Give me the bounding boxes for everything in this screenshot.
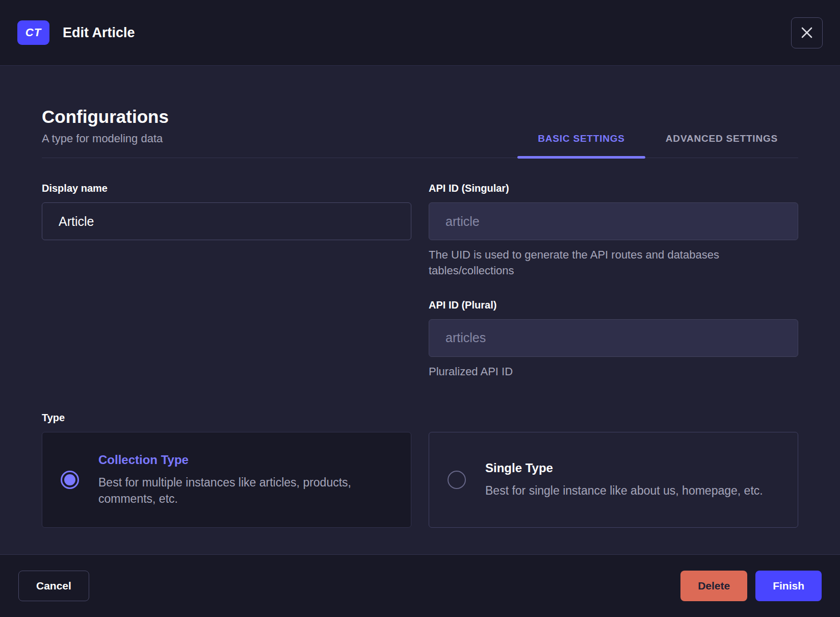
api-id-plural-hint: Pluralized API ID	[429, 364, 765, 380]
api-id-singular-input[interactable]	[429, 202, 798, 240]
single-type-title: Single Type	[485, 461, 763, 475]
edit-article-modal: CT Edit Article Configurations A type fo…	[0, 0, 840, 617]
section-head: Configurations A type for modeling data …	[42, 107, 798, 158]
settings-tabs: BASIC SETTINGS ADVANCED SETTINGS	[517, 133, 798, 158]
api-id-singular-label: API ID (Singular)	[429, 183, 798, 194]
collection-type-radio[interactable]	[61, 471, 79, 489]
close-icon	[800, 26, 813, 39]
modal-title: Edit Article	[63, 25, 135, 41]
tab-basic-settings[interactable]: BASIC SETTINGS	[517, 133, 645, 158]
form-column-left: Display name	[42, 183, 411, 379]
delete-button[interactable]: Delete	[680, 571, 747, 601]
page-subtitle: A type for modeling data	[42, 132, 169, 145]
form-column-right: API ID (Singular) The UID is used to gen…	[429, 183, 798, 379]
content-type-badge: CT	[17, 20, 49, 45]
api-id-singular-hint: The UID is used to generate the API rout…	[429, 247, 765, 279]
api-id-plural-field: API ID (Plural) Pluralized API ID	[429, 299, 798, 380]
tab-advanced-settings[interactable]: ADVANCED SETTINGS	[645, 133, 798, 158]
single-type-description: Best for single instance like about us, …	[485, 482, 763, 499]
display-name-input[interactable]	[42, 202, 411, 240]
footer-actions: Delete Finish	[680, 571, 822, 601]
single-type-radio[interactable]	[448, 471, 466, 489]
display-name-field: Display name	[42, 183, 411, 240]
api-id-singular-field: API ID (Singular) The UID is used to gen…	[429, 183, 798, 279]
close-button[interactable]	[791, 17, 823, 48]
display-name-label: Display name	[42, 183, 411, 194]
finish-button[interactable]: Finish	[755, 571, 822, 601]
section-headings: Configurations A type for modeling data	[42, 107, 169, 158]
modal-header: CT Edit Article	[0, 0, 840, 66]
single-type-text: Single Type Best for single instance lik…	[485, 461, 763, 499]
collection-type-description: Best for multiple instances like article…	[98, 474, 384, 507]
cancel-button[interactable]: Cancel	[18, 571, 89, 601]
type-label: Type	[42, 412, 798, 424]
modal-body: Configurations A type for modeling data …	[0, 66, 840, 554]
collection-type-title: Collection Type	[98, 453, 384, 467]
api-id-plural-input[interactable]	[429, 319, 798, 357]
type-options: Collection Type Best for multiple instan…	[42, 432, 798, 528]
single-type-option[interactable]: Single Type Best for single instance lik…	[429, 432, 798, 528]
form-grid: Display name API ID (Singular) The UID i…	[42, 183, 798, 379]
page-title: Configurations	[42, 107, 169, 127]
api-id-plural-label: API ID (Plural)	[429, 299, 798, 311]
collection-type-text: Collection Type Best for multiple instan…	[98, 453, 384, 507]
modal-footer: Cancel Delete Finish	[0, 554, 840, 617]
collection-type-option[interactable]: Collection Type Best for multiple instan…	[42, 432, 411, 528]
